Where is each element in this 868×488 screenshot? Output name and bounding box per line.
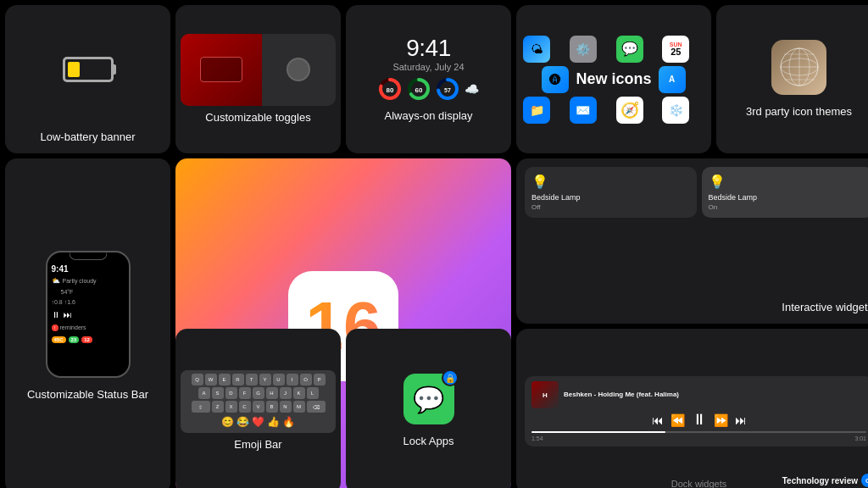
widget-pair: 💡 Bedside Lamp Off 💡 Bedside Lamp On [525,167,868,218]
app-icon-safari: 🧭 [616,97,643,124]
widget-lamp-off: 💡 Bedside Lamp Off [525,167,697,218]
music-times: 1:54 3:01 [531,435,866,441]
card-dockwidgets: H Beshken - Holding Me (feat. Halima) ⏮ … [516,329,868,488]
dockwidgets-label: Dock widgets [671,479,726,488]
kb-key-f: F [239,387,251,399]
toggles-card-label: Customizable toggles [205,111,310,125]
phone-reminders-row: ! reminders [52,324,125,331]
kb-key-x: X [225,401,237,413]
lamp-on-icon: 💡 [709,174,726,190]
emoji-1: 😊 [221,416,234,428]
emoji-5: 🔥 [282,416,295,428]
kb-key-n: N [280,401,292,413]
toggle-dark-panel [262,34,336,106]
phone-mockup: 9:41 ⛅ Partly cloudy 🌡 54°F ↑0.8 ↑1.6 ⏸ … [46,251,131,378]
tech-review-watermark: Technology review C [782,474,868,487]
phone-weather-text: Partly cloudy [63,278,97,284]
card-toggles: Customizable toggles [175,5,341,153]
svg-text:60: 60 [415,86,423,94]
prev-track-icon[interactable]: ⏮ [652,413,664,427]
kb-key-c: C [239,401,251,413]
phone-temp-row: 🌡 54°F [52,288,125,296]
app-icon-weather: 🌤 [523,36,550,63]
kb-key-a: A [198,387,210,399]
messages-icon: 💬 [413,385,444,414]
app-icon-settings: ⚙️ [570,36,597,63]
kb-key-h: H [266,387,278,399]
card-statusbar: 9:41 ⛅ Partly cloudy 🌡 54°F ↑0.8 ↑1.6 ⏸ … [5,158,170,488]
kb-emoji-bar: 😊 😂 ❤️ 👍 🔥 [184,414,332,430]
card-widgets: 💡 Bedside Lamp Off 💡 Bedside Lamp On Int… [516,158,868,324]
music-title: Beshken - Holding Me (feat. Halima) [564,391,866,399]
music-progress-fill [531,431,665,433]
kb-key-shift: ⇧ [192,401,210,413]
time-total: 3:01 [854,435,866,441]
kb-key-v: V [253,401,264,413]
lockapps-label: Lock Apps [403,435,454,449]
kb-row-3: ⇧ Z X C V B N M ⌫ [184,401,332,413]
phone-badges-row: 45C 23 12 [52,336,125,343]
phone-temp: 54°F [61,289,74,295]
kb-key-r: R [232,374,244,385]
kb-key-d: D [225,387,237,399]
kb-key-s: S [212,387,224,399]
newicons-top-row: 🌤 ⚙️ 💬 SUN 25 [523,36,704,63]
music-progress-bar [531,431,866,433]
newicons-title: New icons [576,70,651,88]
fast-forward-icon[interactable]: ⏩ [714,413,728,427]
newicons-label-row: 🅐 New icons A [542,66,685,93]
lamp-on-status: On [709,203,718,211]
lock-symbol: 🔒 [445,374,455,383]
card-lockapps: 💬 🔒 Lock Apps [346,329,511,488]
rewind-icon[interactable]: ⏪ [670,413,685,427]
card-newicons: 🌤 ⚙️ 💬 SUN 25 🅐 New icons A 📁 ✉️ 🧭 ❄️ [516,5,711,153]
svg-text:80: 80 [387,86,394,94]
activity-rings: 80 60 57 ☁️ [378,77,479,101]
3rdparty-icon [771,40,826,95]
battery-wrapper [63,14,114,125]
toggle-knob [287,58,310,81]
battery-icon [63,57,114,82]
app-icon-calendar: SUN 25 [662,36,689,63]
ring-svg-2: 60 [407,77,431,101]
music-controls: ⏮ ⏪ ⏸ ⏩ ⏭ [531,411,866,429]
3rdparty-label: 3rd party icon themes [746,105,852,119]
battery-tip [113,64,116,75]
kb-key-o: O [300,374,312,385]
phone-controls-row: ⏸ ⏭ [52,310,125,319]
lamp-off-title: Bedside Lamp [531,193,581,202]
emoji-4: 👍 [267,416,280,428]
kb-key-e: E [219,374,231,385]
phone-steps-row: ↑0.8 ↑1.6 [52,299,125,305]
app-icon-files: 📁 [523,97,550,124]
next-track-icon[interactable]: ⏭ [735,413,747,427]
kb-key-w: W [205,374,217,385]
time-current: 1:54 [531,435,543,441]
play-icon[interactable]: ⏸ [692,411,707,429]
emoji-3: ❤️ [252,416,264,428]
app-icon-appstore-2: A [659,66,686,93]
battery-card-label: Low-battery banner [40,130,135,145]
aod-time-display: 9:41 [406,35,451,62]
kb-key-y: Y [259,374,271,385]
phone-screen-content: 9:41 ⛅ Partly cloudy 🌡 54°F ↑0.8 ↑1.6 ⏸ … [47,252,129,376]
kb-key-k: K [293,387,305,399]
lock-app-icon-container: 💬 🔒 [403,374,454,424]
ring-svg-1: 80 [378,77,402,101]
kb-key-p: P [314,374,326,385]
toggles-visual [181,34,336,106]
phone-notch [69,252,107,260]
widgets-label: Interactive widgets [782,301,868,315]
weather-emoji: ☁️ [465,82,479,96]
card-emoji: Q W E R T Y U I O P A S D F G H J K L [175,329,341,488]
kb-key-delete: ⌫ [307,401,326,413]
lock-badge: 🔒 [442,369,459,386]
kb-key-l: L [307,387,319,399]
lamp-off-icon: 💡 [531,174,548,190]
emoji-label: Emoji Bar [234,438,281,452]
app-icon-mail: ✉️ [570,97,597,124]
keyboard-mock: Q W E R T Y U I O P A S D F G H J K L [181,370,336,433]
kb-key-i: I [287,374,298,385]
aod-card-label: Always-on display [384,109,472,124]
tech-review-text: Technology review [782,476,858,485]
